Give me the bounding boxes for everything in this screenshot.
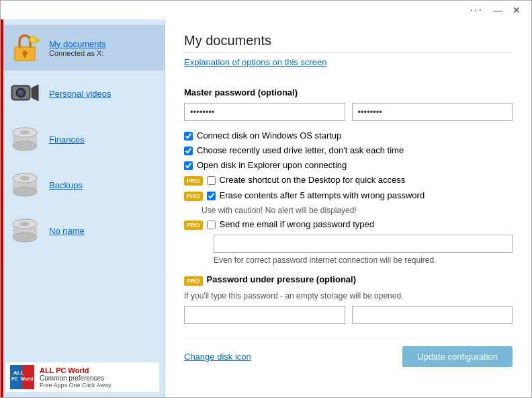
app-content: My documents Connected as X:: [1, 19, 531, 397]
pro-badge-pressure: PRO: [184, 276, 203, 286]
disk-noname-icon: [9, 214, 41, 247]
checkbox-drive-letter[interactable]: [184, 147, 193, 155]
checkbox-email[interactable]: [207, 221, 216, 229]
sidebar-item-backups[interactable]: Backups: [1, 162, 165, 208]
email-input-wrapper: [214, 235, 513, 253]
sidebar-label-personal-videos[interactable]: Personal videos: [49, 89, 112, 99]
sidebar-item-text-my-documents: My documents Connected as X:: [49, 39, 106, 57]
pressure-inputs-row: [184, 306, 513, 324]
checkbox-label-2: Choose recently used drive letter, don't…: [197, 145, 404, 155]
sidebar-item-no-name[interactable]: No name: [1, 208, 165, 253]
change-disk-icon-button[interactable]: Change disk icon: [184, 352, 251, 362]
sidebar: My documents Connected as X:: [1, 19, 165, 397]
bottom-buttons: Change disk icon Update configuration: [184, 337, 513, 367]
sidebar-item-text-no-name: No name: [49, 226, 85, 236]
sidebar-label-no-name[interactable]: No name: [49, 226, 85, 236]
sidebar-sublabel-my-documents: Connected as X:: [49, 49, 106, 57]
lock-icon: [9, 32, 41, 64]
checkbox-connect-disk[interactable]: [184, 132, 193, 141]
checkbox-label-3: Open disk in Explorer upon connecting: [197, 160, 347, 170]
allpcworld-line2: Free Apps One Click Away: [40, 382, 111, 389]
svg-rect-3: [24, 54, 26, 58]
video-icon: [9, 77, 41, 110]
allpcworld-text: ALL PC World Common preferences Free App…: [40, 366, 111, 389]
checkbox-label-5: Erase contents after 5 attempts with wro…: [220, 190, 425, 200]
sidebar-label-my-documents[interactable]: My documents: [49, 39, 106, 49]
email-input[interactable]: [214, 235, 513, 253]
allpcworld-logo-icon: ALL PC World: [10, 365, 34, 389]
pressure-input-2[interactable]: [352, 306, 513, 324]
checkbox-label-4: Create shortcut on the Desktop for quick…: [220, 175, 406, 185]
checkbox-row-1: Connect disk on Windows OS startup: [184, 130, 513, 141]
checkbox-row-5: PRO Erase contents after 5 attempts with…: [184, 190, 513, 201]
explanation-link[interactable]: Explanation of options on this screen: [184, 57, 326, 67]
erase-note: Use with caution! No alert will be displ…: [202, 206, 513, 215]
disk-backups-icon: [9, 169, 41, 201]
checkbox-row-2: Choose recently used drive letter, don't…: [184, 145, 513, 155]
pressure-password-label: PROPassword under pressure (optional): [184, 274, 513, 286]
sidebar-item-text-finances: Finances: [49, 134, 85, 145]
sidebar-label-backups[interactable]: Backups: [49, 180, 83, 190]
svg-point-24: [20, 176, 30, 180]
update-configuration-button[interactable]: Update configuration: [402, 346, 513, 367]
close-button[interactable]: ✕: [507, 3, 526, 17]
sidebar-label-finances[interactable]: Finances: [49, 134, 85, 145]
svg-point-29: [20, 222, 30, 226]
checkbox-row-3: Open disk in Explorer upon connecting: [184, 160, 513, 170]
svg-point-13: [19, 91, 20, 92]
sidebar-item-my-documents[interactable]: My documents Connected as X:: [1, 25, 165, 71]
sidebar-item-text-personal-videos: Personal videos: [49, 89, 112, 99]
svg-rect-6: [38, 41, 40, 43]
disk-finances-icon: [9, 123, 41, 155]
master-password-input-2[interactable]: [352, 103, 513, 121]
master-password-row: [184, 103, 513, 121]
master-password-input-1[interactable]: [184, 103, 345, 121]
pressure-input-1[interactable]: [184, 306, 345, 324]
checkbox-row-6: PRO Send me email if wrong password type…: [184, 219, 513, 230]
checkbox-label-1: Connect disk on Windows OS startup: [197, 130, 341, 141]
svg-text:ALL: ALL: [13, 370, 24, 376]
svg-point-27: [13, 233, 37, 242]
master-password-label: Master password (optional): [184, 87, 513, 97]
sidebar-footer: ALL PC World ALL PC World Common prefere…: [1, 357, 165, 397]
pro-badge-6: PRO: [184, 221, 203, 230]
sidebar-item-finances[interactable]: Finances: [1, 116, 165, 162]
sidebar-item-personal-videos[interactable]: Personal videos: [1, 71, 165, 116]
checkbox-row-4: PRO Create shortcut on the Desktop for q…: [184, 175, 513, 186]
svg-point-17: [13, 141, 37, 151]
titlebar-ellipsis: ···: [470, 4, 483, 16]
svg-point-19: [20, 130, 30, 134]
sidebar-item-text-backups: Backups: [49, 180, 83, 190]
svg-marker-14: [32, 85, 38, 101]
svg-rect-5: [35, 39, 40, 41]
email-note: Even for correct password internet conne…: [214, 255, 513, 265]
checkbox-open-explorer[interactable]: [184, 161, 193, 170]
allpcworld-line1: Common preferences: [40, 374, 111, 382]
allpcworld-title: ALL PC World: [40, 366, 111, 374]
svg-text:PC: PC: [11, 376, 17, 381]
svg-point-22: [13, 187, 37, 196]
pro-badge-4: PRO: [184, 176, 203, 186]
allpcworld-badge: ALL PC World ALL PC World Common prefere…: [6, 362, 159, 392]
app-window: ··· — ✕: [0, 0, 532, 398]
svg-text:World: World: [21, 376, 33, 381]
page-title: My documents: [184, 33, 513, 53]
pro-badge-5: PRO: [184, 192, 203, 201]
pressure-desc: If you'll type this password - an empty …: [184, 291, 513, 301]
checkbox-shortcut[interactable]: [207, 176, 216, 185]
minimize-button[interactable]: —: [488, 3, 507, 17]
svg-rect-7: [36, 41, 38, 43]
main-panel: My documents Explanation of options on t…: [165, 19, 531, 397]
titlebar: ··· — ✕: [1, 1, 531, 19]
checkbox-erase[interactable]: [207, 192, 216, 200]
checkbox-label-6: Send me email if wrong password typed: [220, 219, 375, 229]
